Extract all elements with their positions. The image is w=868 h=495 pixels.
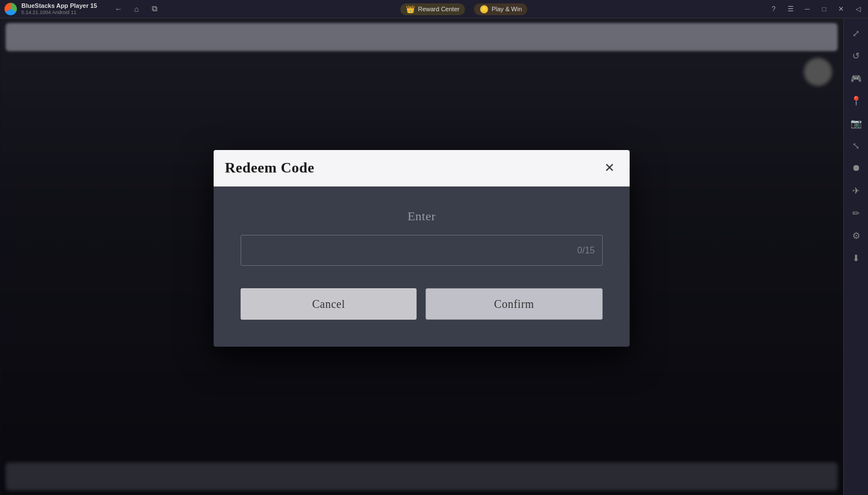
reward-center-button[interactable]: 👑 Reward Center: [400, 3, 465, 15]
edit-icon[interactable]: ✏: [846, 203, 866, 223]
close-button[interactable]: ✕: [833, 3, 849, 15]
dialog-title: Redeem Code: [225, 160, 314, 176]
dialog-close-button[interactable]: ✕: [600, 159, 618, 177]
maximize-button[interactable]: □: [816, 3, 832, 15]
enter-label: Enter: [408, 209, 436, 224]
main-area: Redeem Code ✕ Enter 0/15 Cancel Confirm: [0, 19, 843, 495]
crown-icon: 👑: [406, 5, 415, 13]
macro-icon[interactable]: ⏺: [846, 158, 866, 178]
home-button[interactable]: ⌂: [129, 3, 144, 15]
app-name: BlueStacks App Player 15: [21, 2, 97, 10]
dialog-overlay: Redeem Code ✕ Enter 0/15 Cancel Confirm: [0, 19, 843, 495]
right-sidebar: ⤢ ↺ 🎮 📍 📷 ⤡ ⏺ ✈ ✏ ⚙ ⬇: [843, 19, 868, 495]
rotate-icon[interactable]: ↺: [846, 46, 866, 66]
app-info: BlueStacks App Player 15 5.14.21.1004 An…: [21, 2, 97, 16]
dialog-body: Enter 0/15 Cancel Confirm: [214, 187, 630, 347]
coin-icon: 🪙: [480, 5, 489, 13]
settings-icon[interactable]: ⚙: [846, 225, 866, 246]
confirm-button[interactable]: Confirm: [426, 288, 603, 320]
resize-icon[interactable]: ⤡: [846, 135, 866, 156]
help-button[interactable]: ?: [766, 3, 781, 15]
minimize-button[interactable]: ─: [799, 3, 815, 15]
location-icon[interactable]: 📍: [846, 90, 866, 111]
titlebar: BlueStacks App Player 15 5.14.21.1004 An…: [0, 0, 868, 19]
app-version: 5.14.21.1004 Android 11: [21, 10, 97, 16]
cancel-button[interactable]: Cancel: [241, 288, 417, 320]
redeem-code-input[interactable]: [241, 235, 603, 266]
play-win-button[interactable]: 🪙 Play & Win: [474, 3, 527, 15]
expand-icon[interactable]: ⤢: [846, 23, 866, 43]
camera-icon[interactable]: 📷: [846, 113, 866, 133]
play-win-label: Play & Win: [491, 6, 522, 12]
reward-center-label: Reward Center: [418, 6, 459, 12]
titlebar-nav: ← ⌂ ⧉: [111, 3, 162, 15]
char-count: 0/15: [577, 246, 595, 256]
gamepad-icon[interactable]: 🎮: [846, 68, 866, 88]
titlebar-left: BlueStacks App Player 15 5.14.21.1004 An…: [0, 2, 162, 16]
download-icon[interactable]: ⬇: [846, 248, 866, 268]
bluestacks-logo: [4, 3, 17, 15]
menu-button[interactable]: ☰: [783, 3, 798, 15]
titlebar-right: ? ☰ ─ □ ✕ ◁: [766, 3, 868, 15]
plane-icon[interactable]: ✈: [846, 180, 866, 201]
copy-button[interactable]: ⧉: [147, 3, 162, 15]
dialog-header: Redeem Code ✕: [214, 150, 630, 187]
titlebar-center: 👑 Reward Center 🪙 Play & Win: [162, 3, 766, 15]
redeem-code-dialog: Redeem Code ✕ Enter 0/15 Cancel Confirm: [214, 150, 630, 347]
input-wrapper: 0/15: [241, 235, 603, 266]
sidebar-toggle-button[interactable]: ◁: [850, 3, 866, 15]
back-button[interactable]: ←: [111, 3, 126, 15]
dialog-footer: Cancel Confirm: [241, 277, 603, 320]
